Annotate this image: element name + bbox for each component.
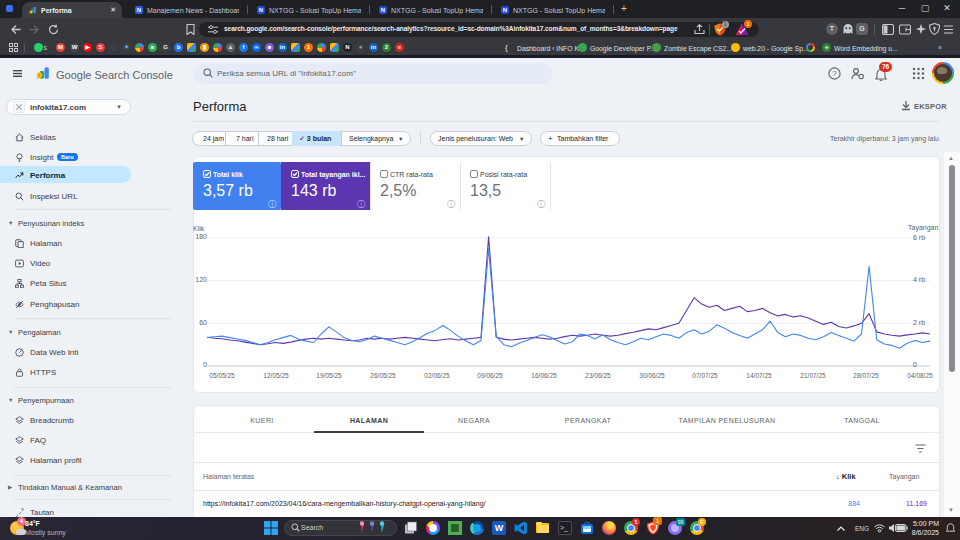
svg-text:?: ? — [832, 69, 837, 78]
